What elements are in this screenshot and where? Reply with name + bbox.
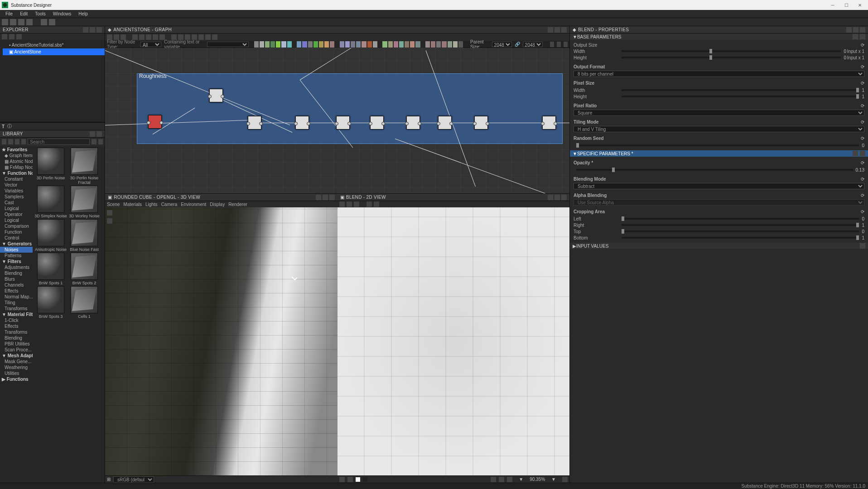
3d-menu-materials[interactable]: Materials xyxy=(123,202,142,207)
lock-icon[interactable] xyxy=(562,477,568,482)
close-panel-icon[interactable] xyxy=(561,195,567,200)
blend-node[interactable] xyxy=(248,116,261,129)
palette-swatch[interactable] xyxy=(399,41,404,48)
explorer-graph[interactable]: ▣ AncientStone xyxy=(3,48,105,55)
pin-icon[interactable] xyxy=(83,27,88,33)
maximize-panel-icon[interactable] xyxy=(853,27,858,33)
width-slider[interactable] xyxy=(622,50,841,52)
base-params-header[interactable]: ▼ BASE PARAMETERS xyxy=(570,34,868,40)
info-icon[interactable] xyxy=(354,201,359,207)
close-panel-icon[interactable] xyxy=(860,27,865,33)
blend-node[interactable] xyxy=(295,116,309,129)
close-panel-icon[interactable] xyxy=(96,131,102,137)
crop-right-slider[interactable] xyxy=(622,224,859,226)
palette-swatch[interactable] xyxy=(281,41,286,48)
open-icon[interactable] xyxy=(10,19,16,25)
save-img-icon[interactable] xyxy=(339,201,345,207)
library-thumb[interactable]: BnW Spots 2 xyxy=(68,253,101,285)
safe-icon[interactable] xyxy=(499,477,504,482)
library-thumb[interactable]: 3D Worley Noise xyxy=(68,186,101,218)
3d-menu-renderer[interactable]: Renderer xyxy=(228,202,247,207)
library-thumb[interactable]: 3D Simplex Noise xyxy=(34,186,67,218)
palette-swatch[interactable] xyxy=(410,41,415,48)
close-panel-icon[interactable] xyxy=(329,195,335,200)
crop-bottom-slider[interactable] xyxy=(622,237,859,239)
palette-swatch[interactable] xyxy=(415,41,420,48)
blend-mode-select[interactable]: Subtract xyxy=(574,183,864,189)
blend-node[interactable] xyxy=(438,116,452,129)
3d-menu-camera[interactable]: Camera xyxy=(161,202,178,207)
roughness-frame[interactable]: Roughness xyxy=(137,73,563,144)
grid-icon[interactable] xyxy=(491,477,496,482)
input-node[interactable] xyxy=(148,115,162,129)
align-icon[interactable] xyxy=(146,34,151,40)
palette-swatch[interactable] xyxy=(265,41,270,48)
redo-icon[interactable] xyxy=(49,19,55,25)
library-thumb[interactable]: BnW Spots 3 xyxy=(34,286,67,319)
palette-swatch[interactable] xyxy=(330,41,334,48)
maximize-panel-icon[interactable] xyxy=(90,27,95,33)
menu-file[interactable]: File xyxy=(2,10,16,17)
palette-swatch[interactable] xyxy=(297,41,301,48)
crop-top-slider[interactable] xyxy=(622,230,859,232)
palette-swatch[interactable] xyxy=(394,41,398,48)
palette-swatch[interactable] xyxy=(405,41,409,48)
close-panel-icon[interactable] xyxy=(561,27,567,33)
lib-reload-icon[interactable] xyxy=(21,139,26,144)
timing-icon[interactable] xyxy=(139,34,145,40)
palette-swatch[interactable] xyxy=(356,41,361,48)
pin-icon[interactable] xyxy=(548,195,553,200)
palette-swatch[interactable] xyxy=(431,41,435,48)
palette-swatch[interactable] xyxy=(345,41,350,48)
library-thumb[interactable]: Blue Noise Fast xyxy=(68,219,101,252)
tiling-select[interactable]: H and V Tiling xyxy=(574,126,864,132)
pixel-ratio-select[interactable]: Square xyxy=(574,110,864,116)
library-thumb[interactable]: Anisotropic Noise xyxy=(34,219,67,252)
lib-edit-icon[interactable] xyxy=(15,139,19,144)
link-icon[interactable] xyxy=(16,34,22,39)
library-thumb[interactable]: 3D Perlin Noise xyxy=(34,148,67,185)
home-icon[interactable] xyxy=(2,34,7,39)
library-thumb[interactable]: Cells 1 xyxy=(68,286,101,319)
3d-menu-lights[interactable]: Lights xyxy=(145,202,158,207)
palette-swatch[interactable] xyxy=(442,41,446,48)
palette-swatch[interactable] xyxy=(448,41,452,48)
palette-swatch[interactable] xyxy=(458,41,463,48)
pin-icon[interactable] xyxy=(548,27,553,33)
palette-swatch[interactable] xyxy=(367,41,372,48)
palette-swatch[interactable] xyxy=(340,41,344,48)
lib-bookmark-icon[interactable] xyxy=(8,139,13,144)
graph-canvas[interactable]: Roughness xyxy=(105,48,569,193)
palette-swatch[interactable] xyxy=(351,41,355,48)
palette-swatch[interactable] xyxy=(270,41,275,48)
perf-icon[interactable] xyxy=(557,42,561,47)
sort-icon[interactable] xyxy=(98,139,103,144)
3d-viewport[interactable] xyxy=(105,207,338,475)
palette-swatch[interactable] xyxy=(453,41,458,48)
specific-params-header[interactable]: ▼ SPECIFIC PARAMETERS * xyxy=(570,150,868,157)
info-icon[interactable] xyxy=(550,42,554,47)
blend-node[interactable] xyxy=(336,116,350,129)
seed-slider[interactable] xyxy=(576,144,859,146)
frame-icon[interactable] xyxy=(205,34,211,40)
maximize-panel-icon[interactable] xyxy=(323,195,328,200)
grid-icon[interactable] xyxy=(153,34,158,40)
maximize-button[interactable]: ☐ xyxy=(840,0,853,10)
swatch-black[interactable] xyxy=(363,477,367,482)
filter-text-select[interactable] xyxy=(207,42,249,47)
close-button[interactable]: ✕ xyxy=(854,0,866,10)
palette-swatch[interactable] xyxy=(362,41,366,48)
maximize-panel-icon[interactable] xyxy=(555,27,560,33)
height-slider[interactable] xyxy=(622,57,841,58)
graph-opts-icon[interactable] xyxy=(564,42,568,47)
filter-icon[interactable] xyxy=(92,139,96,144)
undo-icon[interactable] xyxy=(41,19,47,25)
physical-icon[interactable] xyxy=(507,477,512,482)
blend-node[interactable] xyxy=(209,89,223,102)
menu-help[interactable]: Help xyxy=(75,10,92,17)
palette-swatch[interactable] xyxy=(287,41,292,48)
palette-swatch[interactable] xyxy=(260,41,264,48)
channel-icon[interactable] xyxy=(347,477,353,482)
blend-node[interactable] xyxy=(406,116,420,129)
color-profile-select[interactable]: sRGB (default) xyxy=(113,476,154,483)
